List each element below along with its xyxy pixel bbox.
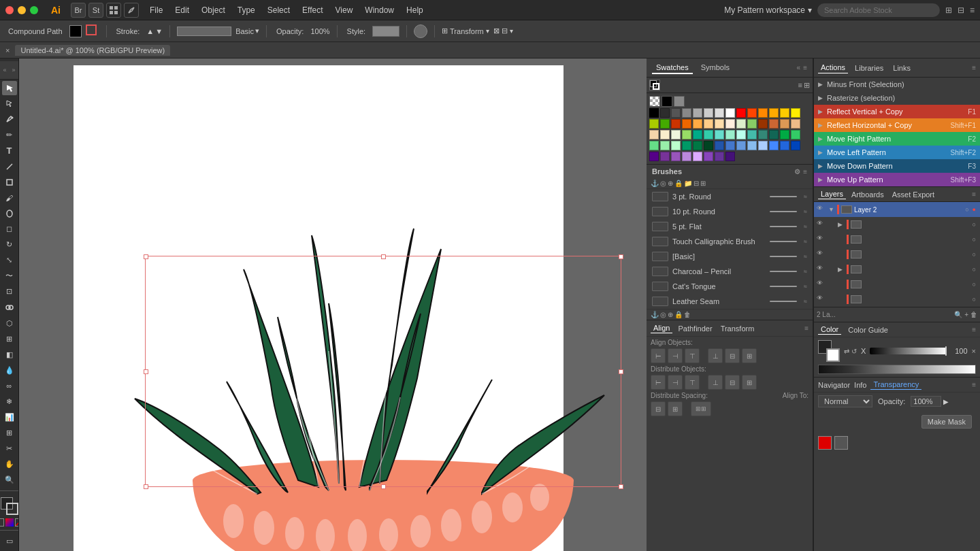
swatch-item[interactable] — [693, 141, 702, 150]
blend-tool[interactable]: ∞ — [2, 379, 17, 393]
brush-filter-icon[interactable]: ⚓ — [651, 180, 659, 187]
layer-list-item[interactable]: 👁 ▶ ○ — [814, 262, 980, 277]
dist-spacing-h-btn[interactable]: ⊟ — [651, 401, 666, 416]
transparency-tab[interactable]: Transparency — [870, 380, 921, 390]
menu-type[interactable]: Type — [232, 4, 261, 16]
swatch-item[interactable] — [736, 108, 746, 118]
swatch-item[interactable] — [682, 119, 691, 129]
rotate-tool[interactable]: ↻ — [2, 237, 17, 252]
swatch-item[interactable] — [682, 152, 691, 161]
dist-left-btn[interactable]: ⊢ — [651, 375, 666, 390]
swatch-item[interactable] — [649, 108, 659, 118]
action-list-item[interactable]: ▶ Move Left Pattern Shift+F2 — [814, 146, 980, 159]
panel-menu-icon[interactable]: ≡ — [970, 5, 975, 15]
swatch-black[interactable] — [662, 96, 672, 107]
asset-export-tab[interactable]: Asset Export — [889, 190, 937, 199]
zoom-tool[interactable]: 🔍 — [2, 473, 17, 487]
swatch-item[interactable] — [693, 130, 702, 139]
pathfinder-tab[interactable]: Pathfinder — [675, 324, 715, 333]
stock-icon[interactable]: St — [88, 3, 103, 18]
menu-effect[interactable]: Effect — [297, 4, 328, 16]
swatch-item[interactable] — [791, 141, 800, 150]
brush-delete-icon[interactable]: 🗑 — [684, 311, 691, 318]
swatches-tab[interactable]: Swatches — [652, 62, 693, 74]
swatch-item[interactable] — [725, 152, 735, 161]
action-list-item[interactable]: ▶ Move Down Pattern F3 — [814, 159, 980, 173]
swatch-item[interactable] — [715, 141, 724, 150]
swatch-item[interactable] — [682, 141, 691, 150]
swatch-item[interactable] — [660, 152, 670, 161]
menu-window[interactable]: Window — [359, 4, 399, 16]
menu-select[interactable]: Select — [262, 4, 295, 16]
mesh-tool[interactable]: ⊞ — [2, 332, 17, 346]
swatch-item[interactable] — [780, 108, 789, 118]
layer-list-item[interactable]: 👁 ○ — [814, 247, 980, 262]
swatch-item[interactable] — [693, 152, 702, 161]
dist-right-btn[interactable]: ⊤ — [685, 375, 700, 390]
swatch-item[interactable] — [671, 119, 681, 129]
change-screen-mode[interactable]: ▭ — [2, 534, 17, 548]
brush-list-item[interactable]: [Basic] ≈ — [647, 249, 813, 264]
column-graph-tool[interactable]: 📊 — [2, 410, 17, 424]
swatch-item[interactable] — [791, 119, 800, 129]
swatch-item[interactable] — [780, 130, 789, 139]
maximize-button[interactable] — [30, 6, 38, 14]
stroke-color-box[interactable] — [6, 503, 18, 515]
layer-list-item[interactable]: 👁 ○ — [814, 292, 980, 307]
swatch-item[interactable] — [715, 119, 724, 129]
color-gradient-bar[interactable] — [818, 365, 976, 374]
swatch-item[interactable] — [682, 108, 691, 118]
color-preview-red[interactable] — [818, 436, 832, 450]
pencil-tool[interactable]: ✏ — [2, 128, 17, 142]
layer-list-item[interactable]: 👁 ▶ ○ — [814, 217, 980, 232]
stroke-color-indicator[interactable] — [86, 24, 99, 38]
warp-tool[interactable]: 〜 — [2, 269, 17, 283]
eyedropper-tool[interactable]: 💧 — [2, 363, 17, 378]
menu-view[interactable]: View — [330, 4, 359, 16]
swatch-item[interactable] — [780, 141, 789, 150]
swatch-item[interactable] — [769, 130, 779, 139]
blob-brush-tool[interactable] — [2, 206, 17, 220]
swap-colors-icon[interactable]: ⇄ — [844, 348, 849, 355]
brush-list-item[interactable]: Cat's Tongue ≈ — [647, 279, 813, 294]
brush-list-item[interactable]: Touch Calligraphic Brush ≈ — [647, 234, 813, 249]
type-tool[interactable]: T — [2, 144, 17, 158]
eraser-tool[interactable]: ◻ — [2, 222, 17, 236]
brush-folder-icon[interactable]: 📁 — [684, 180, 692, 187]
workspace-selector[interactable]: My Pattern workspace ▾ — [719, 4, 817, 16]
layer-list-item[interactable]: 👁 ○ — [814, 277, 980, 292]
perspective-grid-tool[interactable]: ⬡ — [2, 316, 17, 331]
swatch-item[interactable] — [769, 141, 779, 150]
close-button[interactable] — [5, 6, 14, 14]
swatch-item[interactable] — [671, 141, 681, 150]
swatch-item[interactable] — [769, 119, 779, 129]
swatch-item[interactable] — [660, 141, 670, 150]
free-transform-tool[interactable]: ⊡ — [2, 284, 17, 299]
artboard-tool[interactable]: ⊞ — [2, 426, 17, 440]
arrange-icon[interactable]: ⊟ — [958, 5, 964, 15]
layers-new-icon[interactable]: + — [964, 311, 968, 318]
panel-menu-swatches[interactable]: ≡ — [803, 64, 807, 71]
stroke-style-selector[interactable]: Basic ▾ — [235, 27, 259, 35]
brush-list-item[interactable]: 5 pt. Flat ≈ — [647, 219, 813, 234]
style-preview[interactable] — [372, 26, 399, 37]
align-tab[interactable]: Align — [651, 323, 672, 333]
dist-center-v-btn[interactable]: ⊟ — [725, 375, 740, 390]
actions-menu-icon[interactable]: ≡ — [972, 64, 976, 71]
swatch-item[interactable] — [747, 130, 757, 139]
list-view-icon[interactable]: ≡ — [798, 81, 802, 90]
gradient-tool[interactable]: ◧ — [2, 348, 17, 362]
brush-copy-icon[interactable]: ⊕ — [668, 180, 673, 187]
stroke-weight-control[interactable]: ▲▼ — [146, 27, 163, 35]
hand-tool[interactable]: ✋ — [2, 457, 17, 471]
swatch-item[interactable] — [736, 130, 746, 139]
gradient-fill-icon[interactable] — [5, 518, 14, 527]
color-guide-tab[interactable]: Color Guide — [845, 325, 891, 335]
menu-edit[interactable]: Edit — [169, 4, 195, 16]
dist-center-h-btn[interactable]: ⊣ — [668, 375, 683, 390]
swatch-item[interactable] — [769, 108, 779, 118]
swatch-item[interactable] — [747, 141, 757, 150]
swatch-item[interactable] — [715, 130, 724, 139]
brush-new-icon[interactable]: ⊞ — [700, 180, 706, 187]
grid-view-icon[interactable] — [106, 3, 121, 18]
